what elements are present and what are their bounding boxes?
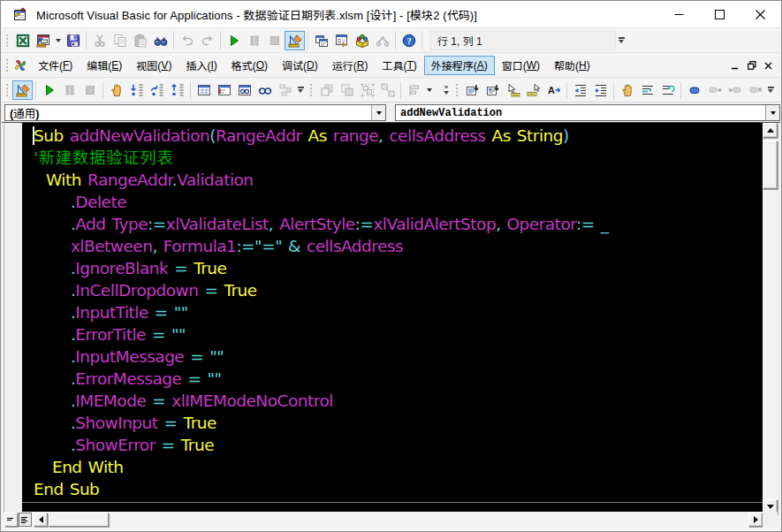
menu-item-7[interactable]: 工具(T) xyxy=(375,56,423,75)
menu-item-4[interactable]: 格式(O) xyxy=(224,56,275,75)
toggle-breakpoint-button[interactable] xyxy=(617,80,637,100)
indent-button[interactable] xyxy=(570,80,590,100)
close-button[interactable] xyxy=(740,1,780,27)
procedure-combobox[interactable]: addNewValidation xyxy=(395,104,780,121)
comment-block-button[interactable] xyxy=(637,80,657,100)
margin-indicator-bar[interactable] xyxy=(4,123,22,512)
insert-userform-button[interactable] xyxy=(33,31,53,50)
cut-button[interactable] xyxy=(89,31,110,50)
code-token xyxy=(34,237,71,255)
list-constants-button[interactable] xyxy=(482,80,503,100)
code-token: . xyxy=(34,303,75,322)
align-dropdown-button[interactable] xyxy=(424,80,434,100)
reset-button[interactable] xyxy=(264,31,285,50)
full-module-view-button[interactable] xyxy=(19,513,32,527)
scroll-left-button[interactable] xyxy=(34,513,48,527)
parameter-info-button[interactable] xyxy=(523,80,543,100)
menu-item-9[interactable]: 窗口(W) xyxy=(495,56,547,75)
save-button[interactable] xyxy=(63,31,83,50)
step-into-button[interactable] xyxy=(126,80,147,100)
step-out-button[interactable] xyxy=(167,80,187,100)
design-mode-button[interactable] xyxy=(285,31,305,50)
watch-window-button[interactable] xyxy=(234,80,254,100)
help-button[interactable]: ? xyxy=(399,31,419,50)
call-stack-button[interactable] xyxy=(275,80,295,100)
menu-item-0[interactable]: 文件(F) xyxy=(31,56,80,75)
vertical-scroll-thumb[interactable] xyxy=(763,141,778,189)
toolbar-options-button[interactable] xyxy=(765,80,776,100)
uncomment-block-button[interactable] xyxy=(657,80,678,100)
object-combobox[interactable]: (通用) xyxy=(4,104,386,121)
maximize-button[interactable] xyxy=(699,1,740,27)
run-sub-button[interactable] xyxy=(39,80,59,100)
toolbar-grip[interactable] xyxy=(455,82,459,98)
scroll-up-button[interactable] xyxy=(763,123,778,138)
quick-info-button[interactable] xyxy=(503,80,523,100)
view-microsoft-excel-button[interactable] xyxy=(12,31,33,50)
menu-item-3[interactable]: 插入(I) xyxy=(178,56,224,75)
insert-userform-dropdown-button[interactable] xyxy=(53,31,63,50)
list-properties-methods-button[interactable] xyxy=(462,80,482,100)
step-over-button[interactable] xyxy=(147,80,167,100)
toolbar-grip[interactable] xyxy=(5,82,10,98)
menu-item-8[interactable]: 外接程序(A) xyxy=(424,56,495,75)
menu-item-1[interactable]: 编辑(E) xyxy=(80,56,129,75)
undo-button[interactable] xyxy=(177,31,197,50)
outdent-button[interactable] xyxy=(590,80,611,100)
menu-item-10[interactable]: 帮助(H) xyxy=(547,56,597,75)
procedure-combobox-dropdown-button[interactable] xyxy=(765,105,779,120)
toolbar-separator xyxy=(173,32,174,49)
break-button[interactable] xyxy=(59,80,80,100)
find-button[interactable] xyxy=(150,31,171,50)
procedure-view-button[interactable] xyxy=(4,513,18,527)
child-close-button[interactable] xyxy=(760,57,777,73)
code-token: As String xyxy=(486,126,563,145)
send-to-back-button[interactable] xyxy=(337,80,357,100)
menu-item-5[interactable]: 调试(D) xyxy=(275,56,325,75)
immediate-window-button[interactable] xyxy=(214,80,234,100)
object-combobox-dropdown-button[interactable] xyxy=(371,105,385,120)
project-explorer-button[interactable] xyxy=(311,31,331,50)
minimize-button[interactable] xyxy=(658,1,699,27)
locals-window-button[interactable] xyxy=(194,80,214,100)
vertical-scrollbar[interactable] xyxy=(763,123,778,514)
toolbox-button[interactable] xyxy=(372,31,392,50)
run-sub-button[interactable] xyxy=(224,31,244,50)
paste-button[interactable] xyxy=(130,31,150,50)
toggle-bookmark-button[interactable] xyxy=(684,80,704,100)
clear-bookmarks-button[interactable] xyxy=(745,80,765,100)
complete-word-button[interactable]: A xyxy=(543,80,564,100)
scroll-right-button[interactable] xyxy=(748,513,763,527)
toolbar-grip[interactable] xyxy=(309,82,314,98)
toolbar-grip[interactable] xyxy=(5,33,10,49)
copy-button[interactable] xyxy=(110,31,130,50)
toolbar-options-button[interactable] xyxy=(616,31,626,50)
previous-bookmark-button[interactable] xyxy=(725,80,745,100)
menu-item-6[interactable]: 运行(R) xyxy=(325,56,376,75)
break-button[interactable] xyxy=(244,31,264,50)
properties-window-button[interactable] xyxy=(331,31,352,50)
arrow-right-icon xyxy=(754,516,758,523)
menu-item-2[interactable]: 视图(V) xyxy=(129,56,178,75)
code-token: AlertStyle xyxy=(279,215,355,233)
toolbar-options-button[interactable] xyxy=(295,80,306,100)
bring-to-front-button[interactable] xyxy=(316,80,337,100)
toggle-breakpoint-button[interactable] xyxy=(106,80,126,100)
redo-button[interactable] xyxy=(197,31,217,50)
ungroup-button[interactable] xyxy=(377,80,398,100)
child-minimize-button[interactable] xyxy=(726,57,743,73)
align-button[interactable] xyxy=(404,80,424,100)
reset-button[interactable] xyxy=(80,80,100,100)
menubar-grip[interactable] xyxy=(5,57,10,73)
code-editor[interactable]: Sub addNewValidation(RangeAddr As range,… xyxy=(22,123,764,514)
horizontal-scrollbar[interactable] xyxy=(4,512,763,528)
code-token: Add Type xyxy=(75,215,148,233)
horizontal-scroll-thumb[interactable] xyxy=(49,513,109,527)
toolbar-options-button[interactable]: » xyxy=(441,80,452,100)
quick-watch-button[interactable] xyxy=(254,80,275,100)
next-bookmark-button[interactable] xyxy=(704,80,725,100)
object-browser-button[interactable] xyxy=(352,31,372,50)
child-restore-button[interactable] xyxy=(743,57,760,73)
design-mode-button[interactable] xyxy=(12,80,33,100)
group-button[interactable] xyxy=(357,80,377,100)
